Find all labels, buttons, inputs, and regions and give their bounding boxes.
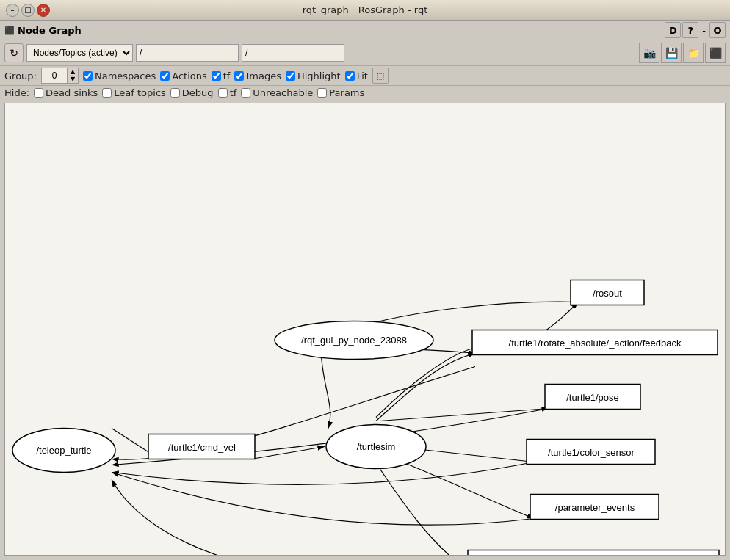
- group-spinner: ▲ ▼: [41, 68, 79, 84]
- fit-label: Fit: [357, 70, 368, 81]
- screenshot-icon-btn[interactable]: 📷: [639, 43, 659, 63]
- group-label: Group:: [4, 70, 37, 81]
- dead-sinks-group: Dead sinks: [34, 87, 98, 98]
- highlight-label: Highlight: [297, 70, 341, 81]
- maximize-button[interactable]: □: [21, 4, 35, 17]
- save-icon-btn[interactable]: 💾: [661, 43, 682, 63]
- view-mode-dropdown[interactable]: Nodes/Topics (active) Nodes only Topics …: [26, 44, 133, 62]
- unreachable-label: Unreachable: [253, 87, 313, 98]
- fit-view-button[interactable]: ⬚: [372, 68, 389, 84]
- namespaces-label: Namespaces: [95, 70, 156, 81]
- hide-tf-checkbox[interactable]: [218, 88, 228, 98]
- fit-checkbox-group: Fit: [345, 70, 368, 81]
- o-button[interactable]: O: [709, 22, 726, 38]
- actions-label: Actions: [172, 70, 207, 81]
- toolbar-row1: ↻ Nodes/Topics (active) Nodes only Topic…: [0, 40, 730, 66]
- filter2-input[interactable]: [242, 44, 344, 62]
- actions-checkbox-group: Actions: [160, 70, 207, 81]
- hide-tf-group: tf: [218, 87, 237, 98]
- highlight-checkbox[interactable]: [286, 71, 295, 81]
- close-button[interactable]: ✕: [37, 4, 50, 17]
- params-label: Params: [329, 87, 364, 98]
- toolbar-row2: Group: ▲ ▼ Namespaces Actions tf Images …: [0, 66, 730, 86]
- svg-text:/turtle1/pose: /turtle1/pose: [566, 392, 619, 403]
- dead-sinks-label: Dead sinks: [46, 87, 98, 98]
- svg-text:/turtle1/cmd_vel: /turtle1/cmd_vel: [168, 442, 236, 453]
- params-checkbox[interactable]: [317, 88, 327, 98]
- svg-text:/turtle1/color_sensor: /turtle1/color_sensor: [548, 447, 635, 458]
- graph-svg: /teleop_turtle /turtlesim /rqt_gui_py_no…: [5, 103, 725, 555]
- dead-sinks-checkbox[interactable]: [34, 88, 43, 98]
- images-checkbox[interactable]: [234, 71, 244, 81]
- svg-text:/rqt_gui_py_node_23088: /rqt_gui_py_node_23088: [301, 335, 407, 346]
- group-value-input[interactable]: [41, 68, 68, 84]
- images-checkbox-group: Images: [234, 70, 281, 81]
- svg-text:/parameter_events: /parameter_events: [555, 502, 635, 513]
- right-icon-group: 📷 💾 📁 ⬛: [639, 43, 726, 63]
- toolbar-row3: Hide: Dead sinks Leaf topics Debug tf Un…: [0, 86, 730, 100]
- tf-label: tf: [223, 70, 231, 81]
- debug-checkbox[interactable]: [170, 88, 180, 98]
- main-window: ⬛ Node Graph D ? - O ↻ Nodes/Topics (act…: [0, 21, 730, 560]
- plugin-header: ⬛ Node Graph D ? - O: [0, 21, 730, 40]
- dash-separator: -: [700, 25, 708, 36]
- highlight-checkbox-group: Highlight: [286, 70, 341, 81]
- graph-canvas[interactable]: /teleop_turtle /turtlesim /rqt_gui_py_no…: [4, 103, 726, 556]
- stop-icon-btn[interactable]: ⬛: [705, 43, 726, 63]
- window-title: rqt_graph__RosGraph - rqt: [50, 4, 680, 15]
- hide-tf-label: tf: [230, 87, 237, 98]
- help-d-button[interactable]: D: [665, 22, 681, 38]
- plugin-icon: ⬛: [4, 26, 15, 35]
- refresh-button[interactable]: ↻: [4, 43, 24, 62]
- leaf-topics-label: Leaf topics: [114, 87, 166, 98]
- group-up-button[interactable]: ▲: [68, 68, 78, 76]
- node-action-status[interactable]: [468, 550, 719, 556]
- params-group: Params: [317, 87, 364, 98]
- leaf-topics-group: Leaf topics: [102, 87, 166, 98]
- actions-checkbox[interactable]: [160, 71, 170, 81]
- svg-text:/rosout: /rosout: [593, 288, 622, 299]
- folder-icon-btn[interactable]: 📁: [683, 43, 704, 63]
- namespaces-checkbox-group: Namespaces: [83, 70, 156, 81]
- title-bar: – □ ✕ rqt_graph__RosGraph - rqt: [0, 0, 730, 21]
- svg-text:/turtle1/rotate_absolute/_acti: /turtle1/rotate_absolute/_action/feedbac…: [509, 338, 682, 349]
- fit-checkbox[interactable]: [345, 71, 355, 81]
- debug-group: Debug: [170, 87, 214, 98]
- svg-text:/turtlesim: /turtlesim: [357, 441, 396, 452]
- minimize-button[interactable]: –: [6, 4, 19, 17]
- help-question-button[interactable]: ?: [682, 22, 698, 38]
- plugin-title: Node Graph: [18, 25, 82, 36]
- filter1-input[interactable]: [136, 44, 239, 62]
- leaf-topics-checkbox[interactable]: [102, 88, 112, 98]
- unreachable-group: Unreachable: [241, 87, 313, 98]
- unreachable-checkbox[interactable]: [241, 88, 250, 98]
- svg-text:/teleop_turtle: /teleop_turtle: [36, 445, 91, 456]
- hide-label: Hide:: [4, 87, 29, 98]
- debug-label: Debug: [182, 87, 214, 98]
- namespaces-checkbox[interactable]: [83, 71, 93, 81]
- tf-checkbox[interactable]: [212, 71, 221, 81]
- images-label: Images: [246, 70, 281, 81]
- group-down-button[interactable]: ▼: [68, 76, 78, 83]
- tf-checkbox-group: tf: [212, 70, 231, 81]
